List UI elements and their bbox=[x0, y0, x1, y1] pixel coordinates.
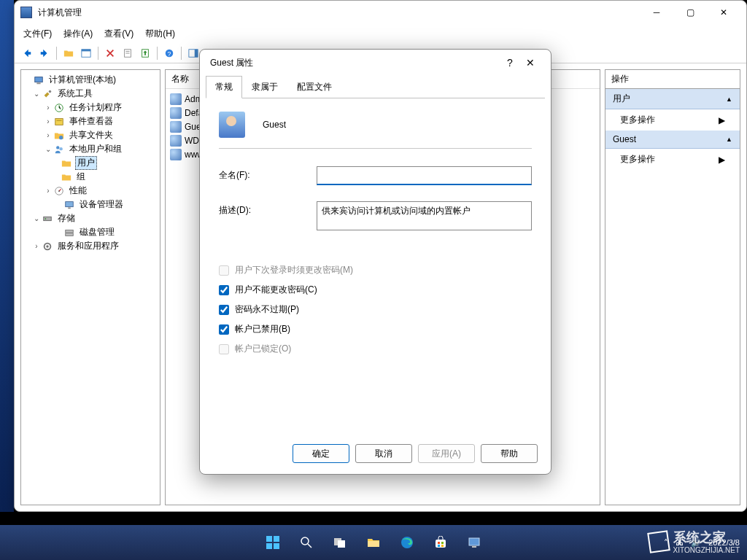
tree-performance[interactable]: 性能 bbox=[68, 184, 88, 197]
menubar: 文件(F) 操作(A) 查看(V) 帮助(H) bbox=[15, 24, 746, 43]
shared-folders-icon bbox=[53, 130, 65, 141]
menu-file[interactable]: 文件(F) bbox=[23, 28, 52, 40]
svg-rect-37 bbox=[368, 541, 379, 547]
watermark-logo-icon bbox=[647, 530, 670, 553]
expander-icon[interactable]: › bbox=[43, 187, 53, 195]
user-icon bbox=[170, 149, 182, 160]
tree-services-apps[interactable]: 服务和应用程序 bbox=[56, 240, 120, 252]
expander-icon[interactable]: ⌄ bbox=[31, 214, 42, 222]
close-button[interactable]: ✕ bbox=[707, 1, 740, 23]
tree-disk-management[interactable]: 磁盘管理 bbox=[78, 226, 116, 238]
svg-line-34 bbox=[308, 544, 311, 548]
tab-general[interactable]: 常规 bbox=[206, 76, 242, 98]
svg-rect-30 bbox=[274, 536, 279, 542]
actions-section-guest[interactable]: Guest▲ bbox=[605, 131, 740, 149]
folder-icon bbox=[61, 171, 72, 183]
minimize-button[interactable]: ─ bbox=[640, 1, 673, 23]
forward-button[interactable] bbox=[36, 45, 53, 61]
expander-icon[interactable]: › bbox=[43, 104, 53, 112]
delete-button[interactable] bbox=[102, 45, 118, 61]
tab-member-of[interactable]: 隶属于 bbox=[242, 76, 287, 98]
expander-icon[interactable]: › bbox=[31, 242, 42, 250]
cancel-button[interactable]: 取消 bbox=[355, 444, 412, 463]
submenu-icon: ▶ bbox=[719, 115, 725, 125]
disk-management-icon bbox=[63, 227, 75, 238]
tree-root[interactable]: 计算机管理(本地) bbox=[47, 74, 117, 86]
checkbox-password-never-expires[interactable]: 密码永不过期(P) bbox=[219, 303, 532, 316]
dialog-title: Guest 属性 bbox=[210, 57, 500, 69]
menu-action[interactable]: 操作(A) bbox=[63, 28, 93, 40]
help-button[interactable]: ? bbox=[161, 45, 177, 61]
svg-point-20 bbox=[58, 190, 60, 192]
actions-more-users[interactable]: 更多操作▶ bbox=[605, 109, 740, 131]
tree-shared-folders[interactable]: 共享文件夹 bbox=[68, 129, 115, 141]
app-icon bbox=[20, 7, 32, 18]
expander-icon[interactable]: › bbox=[43, 117, 53, 125]
dialog-help-button[interactable]: ? bbox=[500, 57, 520, 69]
menu-view[interactable]: 查看(V) bbox=[104, 28, 133, 40]
taskbar[interactable]: ˄ 🖧 🔊 2022/3/8 bbox=[0, 525, 747, 560]
tree-storage[interactable]: 存储 bbox=[56, 212, 77, 225]
svg-rect-36 bbox=[338, 540, 345, 548]
svg-rect-14 bbox=[55, 118, 63, 125]
help-button[interactable]: 帮助 bbox=[481, 444, 538, 463]
ok-button[interactable]: 确定 bbox=[293, 444, 349, 463]
tree-local-users-groups[interactable]: 本地用户和组 bbox=[68, 143, 123, 155]
tree-event-viewer[interactable]: 事件查看器 bbox=[68, 115, 115, 128]
start-button[interactable] bbox=[258, 528, 287, 557]
watermark: 系统之家 XITONGZHIJIA.NET bbox=[649, 529, 740, 554]
expander-icon[interactable]: › bbox=[43, 131, 53, 139]
user-icon bbox=[170, 135, 182, 147]
svg-rect-31 bbox=[266, 543, 272, 549]
svg-rect-32 bbox=[274, 543, 279, 549]
tree-groups[interactable]: 组 bbox=[75, 171, 87, 183]
checkbox-must-change-password: 用户下次登录时须更改密码(M) bbox=[219, 264, 532, 276]
dialog-close-button[interactable]: ✕ bbox=[520, 57, 541, 69]
tree-device-manager[interactable]: 设备管理器 bbox=[78, 198, 125, 211]
collapse-icon: ▲ bbox=[726, 136, 732, 143]
expander-icon[interactable]: ⌄ bbox=[43, 145, 53, 153]
explorer-button[interactable] bbox=[359, 528, 388, 557]
tree-task-scheduler[interactable]: 任务计划程序 bbox=[68, 101, 123, 114]
titlebar: 计算机管理 ─ ▢ ✕ bbox=[15, 1, 746, 24]
expander-icon[interactable]: ⌄ bbox=[31, 90, 42, 98]
checkbox-cannot-change-password[interactable]: 用户不能更改密码(C) bbox=[219, 284, 532, 296]
svg-point-28 bbox=[46, 245, 49, 248]
actions-panel: 操作 用户▲ 更多操作▶ Guest▲ 更多操作▶ bbox=[605, 69, 740, 505]
apply-button[interactable]: 应用(A) bbox=[418, 444, 475, 463]
menu-help[interactable]: 帮助(H) bbox=[145, 28, 175, 40]
svg-rect-26 bbox=[66, 233, 74, 236]
store-button[interactable] bbox=[426, 528, 455, 557]
tree-system-tools[interactable]: 系统工具 bbox=[56, 88, 94, 100]
label-fullname: 全名(F): bbox=[219, 166, 306, 182]
svg-point-17 bbox=[56, 146, 59, 149]
actions-more-guest[interactable]: 更多操作▶ bbox=[605, 149, 740, 170]
description-input[interactable]: 供来宾访问计算机或访问域的内置帐户 bbox=[317, 201, 532, 230]
show-hide-tree-button[interactable] bbox=[78, 45, 94, 61]
storage-icon bbox=[42, 213, 53, 225]
export-button[interactable] bbox=[137, 45, 153, 61]
search-button[interactable] bbox=[292, 528, 321, 557]
tree-users[interactable]: 用户 bbox=[75, 156, 97, 170]
actions-header: 操作 bbox=[605, 69, 740, 89]
svg-point-18 bbox=[59, 147, 62, 149]
svg-rect-44 bbox=[469, 538, 479, 545]
window-title: 计算机管理 bbox=[38, 7, 640, 19]
computer-icon bbox=[33, 74, 44, 86]
task-view-button[interactable] bbox=[325, 528, 355, 557]
maximize-button[interactable]: ▢ bbox=[673, 1, 707, 23]
dialog-tabs: 常规 隶属于 配置文件 bbox=[200, 76, 551, 98]
tree-panel[interactable]: 计算机管理(本地) ⌄系统工具 ›任务计划程序 ›事件查看器 ›共享文件夹 ⌄本… bbox=[20, 69, 160, 505]
label-description: 描述(D): bbox=[219, 201, 306, 217]
actions-section-users[interactable]: 用户▲ bbox=[605, 89, 740, 109]
mmc-button[interactable] bbox=[460, 528, 489, 557]
back-button[interactable] bbox=[19, 45, 35, 61]
edge-button[interactable] bbox=[392, 528, 422, 557]
up-button[interactable] bbox=[61, 45, 77, 61]
users-groups-icon bbox=[53, 144, 65, 155]
checkbox-account-disabled[interactable]: 帐户已禁用(B) bbox=[219, 323, 532, 335]
tab-profile[interactable]: 配置文件 bbox=[287, 76, 341, 98]
properties-button[interactable] bbox=[120, 45, 136, 61]
fullname-input[interactable] bbox=[317, 166, 532, 185]
collapse-icon: ▲ bbox=[726, 96, 732, 103]
